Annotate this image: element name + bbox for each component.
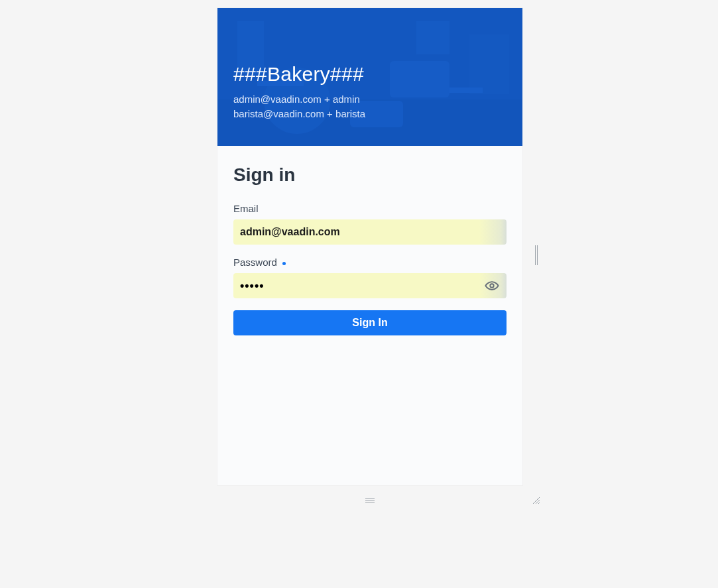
login-form: Sign in Email Password ••••• — [217, 146, 522, 485]
password-input-wrap[interactable]: ••••• — [233, 273, 507, 298]
password-label-text: Password — [233, 257, 277, 268]
resize-handle-right[interactable] — [532, 237, 540, 273]
login-hint-barista: barista@vaadin.com + barista — [233, 107, 507, 122]
email-label: Email — [233, 203, 507, 214]
email-input-wrap[interactable] — [233, 219, 507, 245]
email-input[interactable] — [240, 219, 500, 245]
login-header: ###Bakery### admin@vaadin.com + admin ba… — [217, 8, 522, 146]
required-indicator-icon — [282, 262, 286, 265]
resize-handle-corner[interactable] — [531, 495, 540, 504]
password-input[interactable]: ••••• — [240, 279, 484, 293]
password-field-group: Password ••••• — [233, 257, 507, 298]
password-label: Password — [233, 257, 507, 268]
email-field-group: Email — [233, 203, 507, 245]
reveal-password-button[interactable] — [484, 278, 500, 294]
login-hint-admin: admin@vaadin.com + admin — [233, 92, 507, 107]
device-frame: ###Bakery### admin@vaadin.com + admin ba… — [217, 8, 532, 495]
app-viewport: ###Bakery### admin@vaadin.com + admin ba… — [217, 8, 522, 485]
sign-in-button[interactable]: Sign In — [233, 310, 507, 335]
svg-point-10 — [490, 284, 494, 288]
svg-line-13 — [538, 502, 540, 504]
app-title: ###Bakery### — [233, 63, 507, 86]
resize-handle-bottom[interactable] — [217, 495, 522, 504]
eye-icon — [485, 278, 499, 293]
form-title: Sign in — [233, 164, 507, 186]
